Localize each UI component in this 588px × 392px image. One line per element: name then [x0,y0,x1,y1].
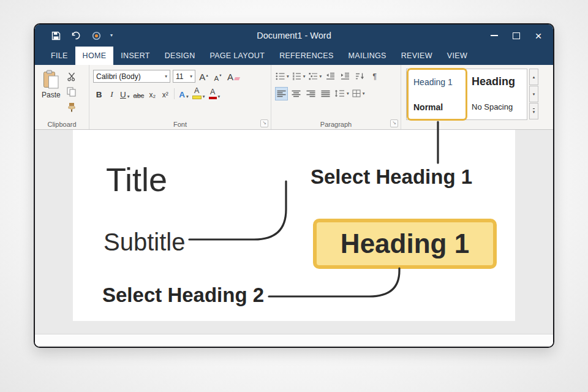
grow-font-button[interactable]: A▴ [198,70,209,83]
increase-indent-button[interactable] [339,70,352,83]
tab-home[interactable]: HOME [75,47,114,65]
chevron-down-icon: ▾ [303,74,306,79]
font-dialog-launcher[interactable]: ↘ [260,119,268,127]
gallery-more-icon: ▾ [533,108,535,114]
font-name-select[interactable]: Calibri (Body) ▾ [93,70,170,83]
clear-formatting-button[interactable]: A [226,70,241,83]
clipboard-group: Paste Clipboard [35,65,89,129]
paste-button[interactable]: Paste [39,68,64,119]
triangle-down-icon: ▾ [219,73,221,78]
numbering-button[interactable]: ▾ [292,70,306,83]
bullets-button[interactable]: ▾ [275,70,290,83]
font-row-2: B I U▾ abc x₂ x² A▾ A▾ A▾ [93,86,267,101]
line-spacing-icon [334,89,345,97]
undo-button[interactable] [70,30,82,42]
paragraph-dialog-launcher[interactable]: ↘ [390,119,398,127]
close-button[interactable]: × [527,27,549,44]
subscript-button[interactable]: x₂ [146,87,158,100]
chevron-down-icon: ▾ [165,74,167,79]
chevron-down-icon: ▾ [190,74,192,79]
numbering-icon [292,72,301,80]
align-center-button[interactable] [290,87,303,100]
undo-icon [71,31,81,40]
titlebar: ▾ Document1 - Word × [35,24,553,47]
strikethrough-button[interactable]: abc [132,87,146,100]
decrease-indent-button[interactable] [324,70,337,83]
tab-file[interactable]: FILE [43,47,75,65]
maximize-button[interactable] [505,27,527,44]
text-highlight-button[interactable]: A▾ [191,87,206,100]
text-effects-button[interactable]: A▾ [178,87,190,100]
text-effects-label: A [179,90,185,99]
copy-button[interactable] [66,86,78,97]
justify-button[interactable] [319,87,332,100]
gallery-more-button[interactable]: ▾ [529,103,538,119]
document-page[interactable]: Title Subtitle Select Heading 1 Heading … [73,130,515,321]
tab-view[interactable]: VIEW [440,47,475,65]
tab-references[interactable]: REFERENCES [272,47,341,65]
gallery-scroll-down-button[interactable]: ▾ [529,86,538,102]
shrink-font-button[interactable]: A▾ [212,70,224,83]
minimize-button[interactable] [483,27,505,44]
ribbon: Paste Clipboard [35,65,553,130]
font-color-button[interactable]: A▾ [208,87,222,100]
save-button[interactable] [50,30,62,42]
doc-text-title: Title [106,160,167,198]
touch-mode-button[interactable] [90,30,102,42]
style-heading[interactable]: Heading [466,69,527,94]
style-normal[interactable]: Normal [407,94,466,119]
style-heading-1[interactable]: Heading 1 [407,69,466,94]
tab-page-layout[interactable]: PAGE LAYOUT [202,47,272,65]
superscript-button[interactable]: x² [159,87,171,100]
borders-button[interactable]: ▾ [352,87,366,100]
styles-gallery: Heading 1 Heading Normal No Spacing [406,69,527,120]
tab-review[interactable]: REVIEW [394,47,440,65]
paragraph-group: ▾ ▾ ▾ ¶ [271,65,401,129]
heading-1-highlight-box: Heading 1 [313,219,497,269]
tab-insert[interactable]: INSERT [113,47,157,65]
font-size-value: 11 [176,72,183,81]
sort-icon [355,72,364,80]
font-color-stack: A [209,88,217,99]
font-size-select[interactable]: 11 ▾ [173,70,195,83]
font-color-label: A [210,88,215,96]
align-left-icon [277,90,286,97]
chevron-down-icon: ▾ [347,91,349,96]
tab-mailings[interactable]: MAILINGS [341,47,394,65]
decrease-indent-icon [326,72,335,80]
justify-icon [321,90,330,97]
font-group: Calibri (Body) ▾ 11 ▾ A▴ A▾ A B I U▾ abc [89,65,271,129]
increase-indent-icon [341,72,350,80]
word-window: ▾ Document1 - Word × FILE HOME INSERT DE… [34,23,554,348]
line-spacing-button[interactable]: ▾ [334,87,350,100]
callout-select-heading-2: Select Heading 2 [102,284,264,307]
bold-button[interactable]: B [93,87,105,100]
highlight-color-bar [192,96,202,99]
underline-button[interactable]: U▾ [119,87,131,100]
copy-icon [67,87,76,97]
align-left-button[interactable] [275,87,288,100]
sort-button[interactable] [353,70,366,83]
multilevel-list-button[interactable]: ▾ [308,70,323,83]
styles-gallery-scrollbar: ▴ ▾ ▾ [529,69,538,127]
cut-button[interactable] [66,70,78,82]
divider [174,88,175,99]
style-no-spacing[interactable]: No Spacing [466,94,527,119]
tab-design[interactable]: DESIGN [157,47,203,65]
maximize-icon [513,32,520,39]
triangle-up-icon: ▴ [206,73,208,78]
gallery-scroll-up-button[interactable]: ▴ [529,69,538,85]
italic-button[interactable]: I [106,87,118,100]
align-right-button[interactable] [304,87,317,100]
doc-text-subtitle: Subtitle [104,228,185,256]
qat-customize-dropdown[interactable]: ▾ [110,33,113,38]
document-area: Title Subtitle Select Heading 1 Heading … [35,130,553,347]
grow-font-label: A [199,72,205,82]
font-color-bar [209,97,217,99]
clear-formatting-label: A [227,72,233,82]
chevron-down-icon: ▾ [287,74,289,79]
show-paragraph-marks-button[interactable]: ¶ [368,70,381,83]
format-painter-button[interactable] [66,101,78,113]
paste-label: Paste [42,91,61,99]
pilcrow-icon: ¶ [373,72,377,81]
